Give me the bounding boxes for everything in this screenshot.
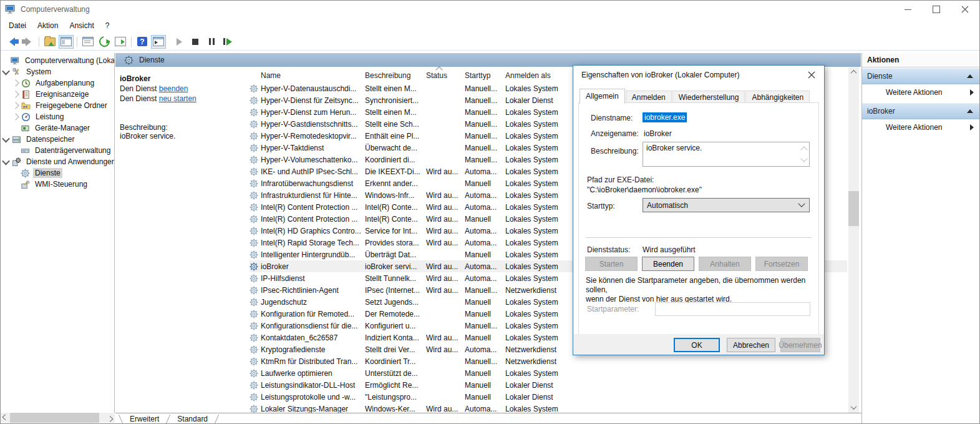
tree-item-geraete-manager[interactable]: Geräte-Manager	[1, 122, 114, 134]
cell-starttyp: Manuell...	[465, 108, 505, 117]
scroll-down-button[interactable]	[848, 402, 859, 413]
cell-beschreibung: Erkennt ander...	[365, 179, 426, 188]
service-gear-icon	[250, 345, 258, 354]
apply-button[interactable]: Übernehmen	[780, 338, 820, 352]
cell-name: Jugendschutz	[261, 298, 307, 307]
stop-service-link[interactable]: beenden	[159, 84, 188, 93]
ok-button[interactable]: OK	[674, 338, 720, 352]
refresh-button[interactable]	[97, 35, 112, 49]
service-gear-icon	[250, 84, 258, 93]
restart-service-link[interactable]: neu starten	[159, 94, 196, 103]
service-gear-icon	[250, 144, 258, 152]
scrollbar-thumb[interactable]	[10, 413, 99, 423]
restart-service-button[interactable]	[220, 35, 235, 49]
tree-item-dienste[interactable]: Dienste	[1, 167, 114, 179]
cell-name: Hyper-V-Datenaustauschdi...	[261, 84, 356, 93]
console-tree-icon	[61, 37, 72, 46]
tab-abhaengigkeiten[interactable]: Abhängigkeiten	[745, 91, 810, 104]
expanded-chevron-icon[interactable]	[2, 134, 10, 142]
column-header-beschreibung[interactable]: Beschreibung	[365, 71, 410, 80]
properties-dialog: Eigenschaften von ioBroker (Lokaler Comp…	[573, 65, 825, 355]
show-console-tree-button[interactable]	[59, 35, 74, 49]
table-row[interactable]: Laufwerke optimieren Unterstützt de... M…	[250, 367, 847, 379]
menu-ansicht[interactable]: Ansicht	[64, 18, 99, 33]
table-row[interactable]: Leistungsprotokolle und -w... "Leistungs…	[250, 391, 847, 403]
scrollbar-thumb[interactable]	[848, 191, 859, 226]
table-row[interactable]: KtmRm für Distributed Tran... Koordinier…	[250, 355, 847, 367]
scroll-up-button[interactable]	[848, 67, 859, 77]
tree-item-freigegebene-ordner[interactable]: Freigegebene Ordner	[1, 100, 114, 111]
forward-button[interactable]	[21, 35, 36, 49]
collapsed-chevron-icon[interactable]	[12, 113, 19, 120]
tab-wiederherstellung[interactable]: Wiederherstellung	[672, 91, 745, 104]
collapsed-chevron-icon[interactable]	[12, 91, 19, 97]
tree-horizontal-scrollbar[interactable]	[1, 413, 115, 423]
minimize-button[interactable]	[893, 1, 922, 18]
tree-item-system[interactable]: System	[1, 66, 114, 77]
column-header-name[interactable]: Name	[261, 71, 281, 80]
start-parameters-input[interactable]	[655, 302, 810, 316]
start-service-button[interactable]	[172, 35, 187, 49]
actions-section-iobroker[interactable]: ioBroker	[862, 103, 979, 119]
up-one-level-button[interactable]	[42, 35, 57, 49]
tree-item-aufgabenplanung[interactable]: Aufgabenplanung	[1, 77, 114, 89]
tree-item-dienste-und-anwendungen[interactable]: Dienste und Anwendungen	[1, 156, 114, 167]
export-list-button[interactable]	[113, 35, 128, 49]
column-header-anmelden-als[interactable]: Anmelden als	[505, 71, 551, 80]
scroll-up-icon[interactable]	[800, 146, 807, 153]
stop-button[interactable]: Beenden	[642, 257, 694, 271]
tab-standard[interactable]: Standard	[173, 415, 211, 423]
stop-service-button[interactable]	[188, 35, 203, 49]
service-gear-icon	[250, 239, 258, 247]
table-row[interactable]: Lokaler Sitzungs-Manager Windows-Ker... …	[250, 403, 847, 413]
actions-section-dienste[interactable]: Dienste	[862, 68, 979, 84]
show-action-pane-button[interactable]	[151, 35, 166, 49]
tab-anmelden[interactable]: Anmelden	[626, 91, 672, 104]
tree-item-wmi-steuerung[interactable]: WMI-Steuerung	[1, 179, 114, 190]
resume-button[interactable]: Fortsetzen	[755, 257, 808, 271]
back-button[interactable]	[4, 35, 19, 49]
description-textbox[interactable]: ioBroker service.	[643, 142, 810, 167]
column-header-starttyp[interactable]: Starttyp	[465, 71, 490, 80]
weitere-aktionen-iobroker[interactable]: Weitere Aktionen	[862, 119, 979, 135]
tree-item-datentraegerverwaltung[interactable]: Datenträgerverwaltung	[1, 145, 114, 156]
collapse-section-icon[interactable]	[967, 109, 973, 113]
tree-item-ereignisanzeige[interactable]: Ereignisanzeige	[1, 89, 114, 100]
properties-button[interactable]	[80, 35, 95, 49]
tree-item-computerverwaltung[interactable]: Computerverwaltung (Lokal)	[1, 55, 114, 66]
table-row[interactable]: Leistungsindikator-DLL-Host Ermöglicht R…	[250, 379, 847, 391]
start-button[interactable]: Starten	[585, 257, 638, 271]
menu-aktion[interactable]: Aktion	[32, 18, 64, 33]
tab-erweitert[interactable]: Erweitert	[126, 415, 163, 423]
pause-button[interactable]: Anhalten	[699, 257, 751, 271]
scroll-left-button[interactable]	[1, 413, 10, 423]
menu-help[interactable]: ?	[100, 18, 115, 33]
tree-item-leistung[interactable]: Leistung	[1, 111, 114, 122]
cell-beschreibung: Stellt eine Sch...	[365, 120, 426, 129]
cell-beschreibung: Die IKEEXT-Di...	[365, 167, 426, 176]
weitere-aktionen-dienste[interactable]: Weitere Aktionen	[862, 84, 979, 100]
collapsed-chevron-icon[interactable]	[12, 79, 19, 86]
cell-starttyp: Automa...	[465, 227, 505, 235]
expanded-chevron-icon[interactable]	[2, 67, 10, 75]
scroll-down-icon[interactable]	[800, 155, 807, 162]
pause-service-button[interactable]	[204, 35, 219, 49]
help-button[interactable]: ?	[135, 35, 150, 49]
close-button[interactable]	[951, 1, 979, 18]
service-name-value[interactable]: iobroker.exe	[643, 112, 687, 122]
tab-allgemein[interactable]: Allgemein	[580, 89, 625, 104]
column-header-status[interactable]: Status	[426, 71, 447, 80]
startup-type-dropdown[interactable]: Automatisch	[643, 198, 810, 212]
performance-icon	[21, 112, 31, 122]
collapsed-chevron-icon[interactable]	[12, 102, 19, 109]
cancel-button[interactable]: Abbrechen	[727, 338, 775, 352]
scroll-right-button[interactable]	[105, 413, 115, 423]
cell-status: Wird au...	[426, 191, 465, 200]
menu-datei[interactable]: Datei	[3, 18, 32, 33]
expanded-chevron-icon[interactable]	[2, 157, 10, 165]
tree-item-datenspeicher[interactable]: Datenspeicher	[1, 134, 114, 145]
collapse-section-icon[interactable]	[967, 74, 973, 78]
maximize-button[interactable]	[922, 1, 951, 18]
list-vertical-scrollbar[interactable]	[848, 67, 859, 413]
dialog-close-button[interactable]	[799, 66, 824, 84]
